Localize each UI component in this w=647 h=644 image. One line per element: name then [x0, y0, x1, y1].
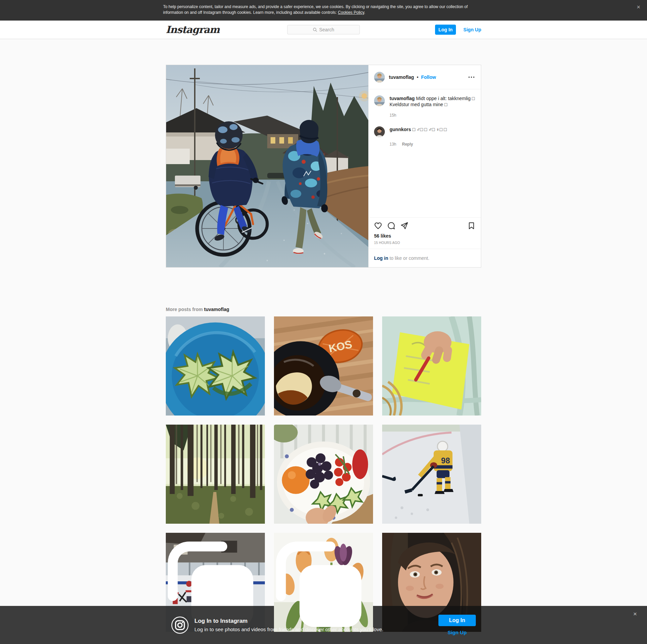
more-posts-heading: More posts from tuvamoflag	[166, 307, 481, 312]
caption-row: tuvamoflag Midt oppe i alt: takknemlig □…	[374, 95, 475, 108]
cookie-text: To help personalize content, tailor and …	[163, 0, 484, 16]
more-posts-prefix: More posts from	[166, 307, 204, 312]
post-username[interactable]: tuvamoflag	[389, 74, 414, 80]
banner-signup-link[interactable]: Sign Up	[448, 630, 467, 635]
separator-dot: •	[417, 74, 419, 80]
like-icon[interactable]	[374, 222, 382, 230]
login-prompt-text: to like or comment.	[388, 255, 429, 261]
post-header: tuvamoflag • Follow	[369, 65, 481, 89]
login-banner-title: Log In to Instagram	[194, 618, 383, 624]
post-panel: tuvamoflag • Follow	[368, 65, 481, 267]
grid-item-forest-path[interactable]	[166, 425, 265, 524]
login-prompt: Log in to like or comment.	[369, 249, 481, 267]
post-photo	[166, 65, 368, 267]
comment-text: gunnkors □ ♂□ □ ♂□ ♀□ □	[390, 126, 446, 137]
top-nav: Instagram Search Log In Sign Up	[0, 21, 647, 39]
reply-button[interactable]: Reply	[402, 142, 413, 147]
dusk-road-photo	[166, 65, 368, 267]
avatar[interactable]	[374, 126, 385, 137]
save-icon[interactable]	[467, 222, 475, 230]
share-icon[interactable]	[400, 222, 408, 230]
more-posts-section: More posts from tuvamoflag	[166, 307, 481, 632]
cookie-text-body: To help personalize content, tailor and …	[163, 4, 468, 15]
actions-section: 56 likes 15 HOURS AGO	[369, 217, 481, 249]
comment-icon[interactable]	[387, 222, 395, 230]
nav-signup-link[interactable]: Sign Up	[463, 27, 481, 32]
cookie-banner: To help personalize content, tailor and …	[0, 0, 647, 21]
cookies-policy-link[interactable]: Cookies Policy	[338, 10, 364, 15]
comment-timestamp: 13h	[390, 142, 396, 147]
cookie-text-suffix: .	[364, 10, 365, 15]
post-timestamp: 15 HOURS AGO	[374, 241, 475, 245]
login-banner-subtitle: Log in to see photos and videos from fri…	[194, 626, 383, 632]
search-input[interactable]: Search	[287, 25, 360, 34]
banner-login-button[interactable]: Log In	[438, 615, 476, 626]
post-card: tuvamoflag • Follow	[166, 65, 481, 268]
grid-item-child-drawing[interactable]	[382, 316, 481, 416]
caption-text: tuvamoflag Midt oppe i alt: takknemlig □…	[390, 95, 475, 108]
comment-body: □ ♂□ □ ♂□ ♀□ □	[411, 127, 447, 132]
tuvamoflag-avatar-image	[374, 95, 385, 106]
svg-text:98: 98	[441, 456, 450, 465]
avatar[interactable]	[374, 95, 385, 106]
gunnkors-avatar-image	[374, 126, 385, 137]
close-icon[interactable]: ×	[633, 611, 637, 617]
grid-item-fruit-platter[interactable]	[274, 425, 373, 524]
instagram-logo[interactable]: Instagram	[166, 24, 219, 35]
caption-username[interactable]: tuvamoflag	[390, 96, 415, 101]
comment-username[interactable]: gunnkors	[390, 127, 411, 132]
comments-section: tuvamoflag Midt oppe i alt: takknemlig □…	[369, 89, 481, 217]
avatar[interactable]	[374, 72, 385, 83]
instagram-camera-icon	[171, 616, 189, 634]
search-placeholder: Search	[319, 27, 334, 32]
likes-count[interactable]: 56 likes	[374, 233, 475, 239]
caption-timestamp: 15h	[390, 113, 475, 118]
search-icon	[313, 28, 317, 32]
login-link[interactable]: Log in	[374, 255, 388, 261]
posts-grid: KOS	[166, 316, 481, 632]
comment-row: gunnkors □ ♂□ □ ♂□ ♀□ □	[374, 126, 475, 137]
grid-item-caramel-pudding[interactable]: KOS	[274, 316, 373, 416]
login-banner: Log In to Instagram Log in to see photos…	[0, 606, 647, 644]
nav-login-button[interactable]: Log In	[435, 25, 456, 35]
grid-item-cucumber-stars[interactable]	[166, 316, 265, 416]
tuvamoflag-avatar-image	[374, 72, 385, 83]
more-posts-username[interactable]: tuvamoflag	[204, 307, 229, 312]
grid-item-hockey-player[interactable]: 98	[382, 425, 481, 524]
follow-button[interactable]: Follow	[421, 74, 436, 80]
more-options-icon[interactable]	[467, 73, 475, 81]
close-icon[interactable]: ×	[637, 4, 640, 10]
